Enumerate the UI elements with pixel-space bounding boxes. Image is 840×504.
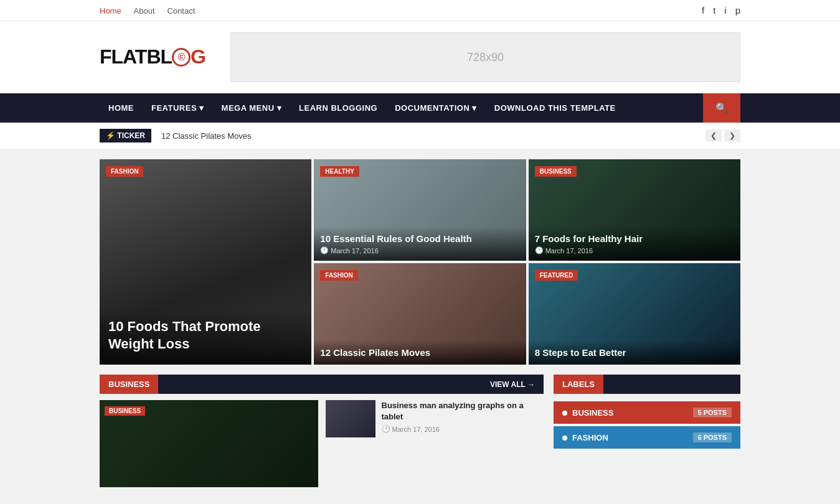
- label-item-fashion[interactable]: FASHION 6 POSTS: [554, 426, 740, 449]
- fashion-post-count: 6 POSTS: [693, 432, 732, 442]
- business-view-all[interactable]: VIEW ALL →: [481, 375, 544, 394]
- nav-features[interactable]: FEATURES ▾: [143, 93, 213, 123]
- chevron-down-icon: ▾: [472, 103, 477, 113]
- card-label-featured: FEATURED: [535, 269, 578, 279]
- pinterest-icon[interactable]: p: [735, 5, 740, 16]
- featured-card-bottom-center[interactable]: FASHION 12 Classic Pilates Moves: [314, 263, 526, 365]
- business-article-img-card[interactable]: BUSINESS: [100, 400, 318, 487]
- business-article-thumb: [326, 400, 375, 437]
- business-post-count: 5 POSTS: [693, 408, 732, 418]
- labels-section-bar: LABELS: [554, 375, 740, 394]
- featured-card-large[interactable]: FASHION 10 Foods That Promote Weight Los…: [100, 159, 311, 365]
- featured-card-top-center[interactable]: HEALTHY 10 Essential Rules of Good Healt…: [314, 159, 526, 261]
- dot-icon: [562, 411, 567, 416]
- business-section-bar: BUSINESS VIEW ALL →: [100, 375, 544, 394]
- ticker-next[interactable]: ❯: [724, 129, 740, 142]
- nav-learn-blogging[interactable]: LEARN BLOGGING: [290, 93, 386, 123]
- ticker-prev[interactable]: ❮: [706, 129, 722, 142]
- card-date-top-center: 🕐 March 17, 2016: [320, 246, 519, 254]
- ticker-label: ⚡ TICKER: [100, 129, 151, 142]
- ticker-text: 12 Classic Pilates Moves: [161, 131, 696, 141]
- search-button[interactable]: 🔍: [703, 93, 740, 123]
- site-header: FLATBL©G 728x90: [0, 21, 840, 93]
- business-article-date: 🕐 March 17, 2016: [382, 425, 544, 433]
- featured-grid: FASHION 10 Foods That Promote Weight Los…: [100, 159, 740, 365]
- two-col-layout: BUSINESS VIEW ALL → BUSINESS: [100, 375, 740, 487]
- search-icon: 🔍: [715, 103, 728, 113]
- labels-section: LABELS BUSINESS 5 POSTS FASHION 6 POSTS: [554, 375, 740, 487]
- business-section-label: BUSINESS: [100, 375, 158, 394]
- card-label-healthy: HEALTHY: [320, 166, 359, 175]
- chevron-down-icon: ▾: [199, 103, 204, 113]
- instagram-icon[interactable]: i: [724, 5, 726, 16]
- label-item-business[interactable]: BUSINESS 5 POSTS: [554, 401, 740, 424]
- business-section: BUSINESS VIEW ALL → BUSINESS: [100, 375, 544, 487]
- site-logo[interactable]: FLATBL©G: [100, 45, 205, 69]
- card-title-bottom-right: 8 Steps to Eat Better: [535, 347, 734, 359]
- main-content: FASHION 10 Foods That Promote Weight Los…: [0, 149, 840, 497]
- nav-mega-menu[interactable]: MEGA MENU ▾: [213, 93, 290, 123]
- nav-contact[interactable]: Contact: [167, 6, 195, 16]
- card-label-business: BUSINESS: [535, 166, 577, 175]
- nav-about[interactable]: About: [134, 6, 155, 16]
- clock-icon: 🕐: [382, 425, 390, 433]
- clock-icon: 🕐: [535, 246, 544, 254]
- card-title-top-right: 7 Foods for Healthy Hair: [535, 233, 734, 245]
- ad-banner: 728x90: [230, 32, 740, 82]
- logo-circle: ©: [172, 48, 191, 67]
- twitter-icon[interactable]: t: [713, 5, 715, 16]
- ticker-navigation: ❮ ❯: [706, 129, 740, 142]
- clock-icon: 🕐: [320, 246, 329, 254]
- card-date-top-right: 🕐 March 17, 2016: [535, 246, 734, 254]
- business-section-rest: [158, 375, 481, 394]
- nav-home[interactable]: HOME: [100, 93, 143, 123]
- featured-card-top-right[interactable]: BUSINESS 7 Foods for Healthy Hair 🕐 Marc…: [529, 159, 740, 261]
- featured-card-bottom-right[interactable]: FEATURED 8 Steps to Eat Better: [529, 263, 740, 365]
- labels-section-label: LABELS: [554, 375, 603, 394]
- facebook-icon[interactable]: f: [702, 5, 704, 16]
- card-title-large: 10 Foods That Promote Weight Loss: [108, 318, 303, 353]
- chevron-down-icon: ▾: [277, 103, 282, 113]
- business-article-title: Business man analyzing graphs on a table…: [382, 400, 544, 422]
- business-article-text-card[interactable]: Business man analyzing graphs on a table…: [326, 400, 544, 487]
- nav-home[interactable]: Home: [100, 6, 121, 16]
- logo-g: G: [191, 45, 205, 68]
- card-label-fashion2: FASHION: [320, 269, 357, 279]
- logo-flat: FLAT: [100, 45, 146, 68]
- business-cards: BUSINESS Business man analyzing graphs o…: [100, 400, 544, 487]
- card-title-bottom-center: 12 Classic Pilates Moves: [320, 347, 519, 359]
- top-bar: Home About Contact f t i p: [0, 0, 840, 21]
- top-nav: Home About Contact: [100, 6, 205, 16]
- nav-download-template[interactable]: DOWNLOAD THIS TEMPLATE: [486, 93, 625, 123]
- ticker-bar: ⚡ TICKER 12 Classic Pilates Moves ❮ ❯: [0, 123, 840, 149]
- dot-icon: [562, 436, 567, 441]
- card-title-top-center: 10 Essential Rules of Good Health: [320, 233, 519, 245]
- main-navbar: HOME FEATURES ▾ MEGA MENU ▾ LEARN BLOGGI…: [0, 93, 840, 123]
- nav-documentation[interactable]: DOCUMENTATION ▾: [386, 93, 486, 123]
- social-icons: f t i p: [702, 5, 740, 16]
- business-article-info: Business man analyzing graphs on a table…: [382, 400, 544, 433]
- logo-bl: BL: [146, 45, 172, 68]
- card-label-fashion: FASHION: [106, 166, 143, 175]
